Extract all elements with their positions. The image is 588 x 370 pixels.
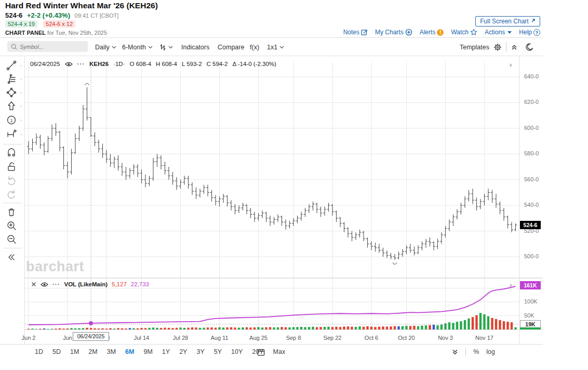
collapse-down-icon[interactable] — [452, 349, 458, 355]
watch-link[interactable]: Watch — [451, 29, 477, 36]
grid-layout-dropdown[interactable]: 1x1 — [267, 38, 284, 56]
range-button-2m[interactable]: 2M — [84, 348, 102, 355]
volume-bar — [82, 328, 84, 329]
range-button-10y[interactable]: 10Y — [226, 348, 247, 355]
volume-bar — [397, 326, 399, 329]
indicators-button[interactable]: Indicators — [181, 38, 209, 56]
period-dropdown[interactable]: Daily — [95, 38, 116, 56]
quote-row: 524-6 +2-2 (+0.43%) 09:41 CT [CBOT] — [5, 11, 118, 19]
range-toolbar: 1D5D1M2M3M6M9M1Y2Y3Y5Y10Y20YMax % log — [0, 344, 543, 359]
volume-bar — [39, 329, 41, 329]
notes-link[interactable]: Notes — [343, 29, 368, 36]
volume-bar — [144, 328, 146, 329]
volume-bar — [191, 327, 193, 329]
compare-button[interactable]: Compare — [218, 38, 244, 56]
volume-bar — [234, 327, 236, 329]
volume-panel-collapse-icon[interactable]: ∧ — [509, 283, 513, 288]
volume-bar — [132, 328, 135, 329]
chevron-down-icon — [112, 46, 116, 49]
ohlc-bars-icon — [159, 44, 166, 51]
symbol-label: KEH26 — [89, 61, 109, 67]
visibility-eye-icon[interactable] — [41, 282, 48, 287]
volume-bar — [464, 320, 466, 329]
price-volume-plot[interactable] — [0, 56, 543, 344]
date-tick-label: Jul 28 — [164, 335, 197, 341]
barchart-chart-panel: Hard Red Winter Wheat Mar '26 (KEH26) 52… — [0, 0, 588, 370]
actions-link[interactable]: Actions — [485, 29, 512, 36]
search-input[interactable] — [20, 44, 82, 50]
panel-date: for Tue, Nov 25th, 2025 — [46, 30, 107, 36]
price-panel-collapse-icon[interactable]: ∨ — [509, 62, 513, 68]
more-options-icon[interactable]: ··· — [52, 281, 60, 287]
custom-date-button[interactable] — [257, 345, 265, 359]
breadcrumb: CHART PANEL for Tue, Nov 25th, 2025 — [5, 30, 107, 36]
volume-bar — [421, 326, 423, 329]
volume-bar — [43, 328, 45, 329]
chart-type-dropdown[interactable] — [159, 38, 173, 56]
star-icon — [470, 29, 477, 36]
dark-mode-button[interactable] — [526, 38, 533, 56]
crosshair-date-badge: 06/24/2025 — [73, 332, 109, 341]
alert-badge-icon: ! — [437, 29, 444, 36]
crosshair-oi-dot — [89, 321, 93, 325]
volume-bar — [164, 328, 166, 329]
oi-value-badge: 161K — [520, 281, 541, 289]
range-button-2y[interactable]: 2Y — [175, 348, 192, 355]
more-options-icon[interactable]: ··· — [77, 61, 85, 67]
date-tick-label: Jun 2 — [12, 335, 45, 341]
range-button-6m[interactable]: 6M — [121, 348, 139, 355]
bid-ask-row: 524-4 x 19 524-6 x 12 — [5, 21, 75, 27]
volume-bar — [109, 328, 111, 329]
my-charts-link[interactable]: My Charts — [375, 29, 412, 36]
collapse-toolbar-button[interactable] — [511, 38, 517, 56]
percent-scale-button[interactable]: % — [473, 348, 479, 355]
settings-button[interactable] — [493, 38, 502, 56]
range-button-3m[interactable]: 3M — [102, 348, 121, 355]
date-tick-label: Nov 17 — [468, 335, 501, 341]
range-button-5d[interactable]: 5D — [48, 348, 65, 355]
volume-bar — [176, 328, 178, 329]
range-button-1d[interactable]: 1D — [30, 348, 48, 355]
full-screen-chart-button[interactable]: Full Screen Chart — [475, 16, 540, 27]
volume-bar — [203, 328, 205, 329]
range-button-5y[interactable]: 5Y — [209, 348, 226, 355]
templates-button[interactable]: Templates — [460, 38, 489, 56]
barchart-watermark: barchart — [26, 259, 84, 275]
chevron-down-icon — [168, 46, 173, 49]
ohlc-close: C 594-2 — [207, 61, 228, 67]
date-tick-label: Aug 11 — [203, 335, 236, 341]
close-icon[interactable] — [31, 282, 36, 287]
volume-bar — [121, 328, 123, 329]
range-button-1m[interactable]: 1M — [65, 348, 84, 355]
price-tick-label: 500-0 — [524, 253, 539, 259]
volume-bar — [199, 328, 201, 329]
volume-bar — [499, 320, 501, 329]
range-button-3y[interactable]: 3Y — [192, 348, 209, 355]
fx-button[interactable]: f(x) — [250, 38, 259, 56]
visibility-eye-icon[interactable] — [65, 61, 73, 67]
volume-bar — [366, 326, 368, 329]
volume-bar — [257, 327, 259, 329]
symbol-search[interactable] — [7, 41, 88, 52]
volume-bar — [347, 326, 349, 329]
bid-badge: 524-4 x 19 — [5, 20, 37, 28]
range-button-1y[interactable]: 1Y — [157, 348, 175, 355]
price-tick-label: 620-0 — [524, 99, 539, 105]
range-dropdown[interactable]: 6-Month — [122, 38, 153, 56]
log-scale-button[interactable]: log — [486, 348, 495, 355]
ohlc-open: O 608-4 — [130, 61, 152, 67]
volume-value: 5,127 — [112, 281, 127, 287]
help-link[interactable]: Help ? — [519, 29, 540, 36]
volume-bar — [98, 328, 100, 329]
alerts-link[interactable]: Alerts ! — [420, 29, 444, 36]
volume-bar — [288, 327, 290, 329]
volume-bar — [440, 324, 443, 329]
volume-bar — [125, 328, 127, 329]
volume-bar — [448, 322, 450, 329]
range-button-9m[interactable]: 9M — [139, 348, 157, 355]
range-button-max[interactable]: Max — [269, 348, 290, 355]
volume-bar — [261, 327, 263, 329]
volume-bar — [86, 328, 88, 329]
volume-bar — [308, 327, 310, 329]
volume-bar — [148, 328, 150, 329]
